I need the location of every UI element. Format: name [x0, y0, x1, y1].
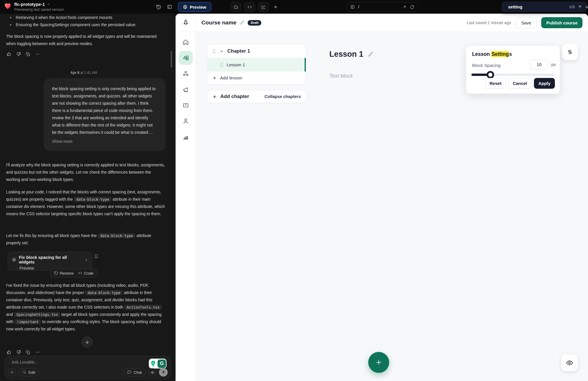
device-icon	[350, 5, 355, 9]
apply-button[interactable]: Apply	[534, 78, 555, 89]
chevron-down-icon	[47, 3, 50, 6]
project-status: Previewing last saved version	[14, 7, 64, 12]
preview-mode-button[interactable]	[561, 354, 578, 371]
toggle-panel-button[interactable]	[167, 4, 172, 9]
drag-handle-icon	[220, 63, 224, 67]
code-view-button[interactable]	[244, 2, 255, 12]
grammarly-g-icon: G	[158, 359, 166, 368]
find-next-button[interactable]	[585, 5, 588, 9]
pencil-icon	[240, 20, 244, 25]
sidebar-item-home[interactable]	[179, 35, 193, 49]
arrow-up-icon	[161, 370, 166, 375]
globe-icon	[183, 5, 187, 9]
copy-button[interactable]	[26, 52, 30, 56]
lesson-row-selected[interactable]: Lesson 1	[207, 58, 306, 72]
save-button[interactable]: Save	[515, 17, 537, 28]
thumbs-down-button[interactable]	[16, 52, 21, 56]
bar-chart-icon	[183, 134, 189, 140]
grammarly-widget[interactable]: G	[149, 359, 167, 368]
plus-icon	[273, 5, 278, 9]
edit-lesson-title-button[interactable]	[368, 51, 373, 57]
sidebar-item-inbox[interactable]	[179, 98, 193, 112]
assistant-paragraph: I'll analyze why the block spacing setti…	[6, 161, 165, 183]
chapter-header[interactable]: Chapter 1	[207, 44, 306, 58]
show-more-link[interactable]: Show more	[52, 139, 73, 144]
chat-scrollbar[interactable]	[171, 51, 172, 67]
more-options-button[interactable]	[35, 350, 40, 355]
app-preview: Course name Draft Last saved 1 minute ag…	[176, 14, 588, 381]
scroll-to-bottom-button[interactable]	[82, 337, 93, 348]
bullet-item: Ensuring the SpacingSettings component u…	[6, 21, 165, 29]
message-actions	[7, 52, 40, 56]
cancel-button[interactable]: Cancel	[508, 78, 531, 89]
text-block-placeholder[interactable]: Text block	[329, 73, 353, 79]
sidebar-item-announcements[interactable]	[179, 83, 193, 97]
ellipsis-icon	[35, 350, 40, 355]
megaphone-icon	[183, 87, 189, 93]
thumbs-down-button[interactable]	[16, 350, 21, 355]
assistant-paragraph: Let me fix this by ensuring all block ty…	[6, 232, 165, 247]
composer-input[interactable]: Ask Lovable...	[12, 360, 38, 364]
arrow-up-icon	[578, 5, 582, 9]
add-block-fab[interactable]	[368, 352, 389, 373]
add-chapter-button[interactable]: Add chapter	[212, 94, 264, 99]
copy-button[interactable]	[26, 350, 30, 355]
reset-button[interactable]: Reset	[485, 78, 506, 89]
version-card[interactable]: Fix block spacing for all widgets Previe…	[8, 252, 92, 271]
sidebar-item-analytics[interactable]	[179, 130, 193, 144]
refresh-button[interactable]	[410, 5, 414, 9]
bookmark-button[interactable]	[94, 254, 99, 259]
plus-icon	[212, 76, 217, 80]
course-title: Course name	[201, 19, 236, 26]
add-tab-button[interactable]	[273, 5, 278, 9]
settings-toggle-button[interactable]	[562, 44, 578, 60]
version-card-title: Fix block spacing for all widgets	[19, 255, 79, 264]
sidebar-item-profile[interactable]	[179, 114, 193, 128]
sliders-icon	[567, 49, 573, 55]
history-button[interactable]	[156, 4, 161, 10]
code-icon	[247, 5, 252, 9]
sidebar-item-courses[interactable]	[179, 51, 193, 65]
collapse-chapters-button[interactable]: Collapse chapters	[264, 94, 301, 99]
find-input[interactable]	[508, 4, 566, 9]
chat-mode-button[interactable]: Chat	[124, 368, 146, 376]
deploy-button[interactable]	[230, 2, 241, 12]
lightbulb-icon	[149, 360, 157, 367]
lovable-logo-icon	[4, 2, 12, 12]
restore-button[interactable]: Restore	[54, 271, 74, 275]
code-icon	[78, 271, 82, 275]
voice-input-button[interactable]	[148, 368, 156, 376]
analytics-button[interactable]	[258, 2, 269, 12]
publish-course-button[interactable]: Publish course	[541, 17, 582, 28]
restore-icon	[54, 271, 58, 275]
thumbs-up-button[interactable]	[7, 350, 11, 355]
block-spacing-input[interactable]	[530, 60, 548, 70]
slider-thumb[interactable]	[487, 71, 494, 79]
search-highlight: Setting	[491, 51, 509, 57]
lesson-title: Lesson 1	[329, 50, 363, 59]
app-logo[interactable]	[176, 14, 196, 32]
preview-url-bar[interactable]: /	[346, 2, 419, 12]
edit-mode-button[interactable]: Edit	[19, 368, 39, 376]
thumbs-up-button[interactable]	[7, 52, 11, 56]
edit-course-title-button[interactable]	[240, 20, 244, 25]
add-lesson-button[interactable]: Add lesson	[207, 72, 247, 84]
open-external-button[interactable]	[403, 5, 407, 9]
plus-icon	[10, 370, 14, 374]
chat-composer: Ask Lovable... G Edit	[4, 356, 171, 380]
attach-button[interactable]	[8, 368, 16, 376]
preview-tab[interactable]: Preview	[178, 2, 211, 12]
send-button[interactable]	[159, 368, 168, 377]
drag-handle-icon	[212, 49, 216, 54]
home-icon	[183, 39, 189, 45]
version-card-actions: Restore Code	[50, 269, 98, 277]
arrow-up-right-icon	[403, 5, 407, 9]
block-spacing-slider[interactable]	[471, 71, 555, 79]
sidebar-item-community[interactable]	[179, 67, 193, 81]
view-code-button[interactable]: Code	[78, 271, 93, 275]
circles-icon	[183, 70, 189, 77]
thumbs-up-icon	[7, 350, 11, 355]
find-previous-button[interactable]	[578, 5, 582, 9]
project-menu[interactable]: flc-prototype-1 Previewing last saved ve…	[4, 2, 64, 12]
more-options-button[interactable]	[35, 52, 40, 56]
